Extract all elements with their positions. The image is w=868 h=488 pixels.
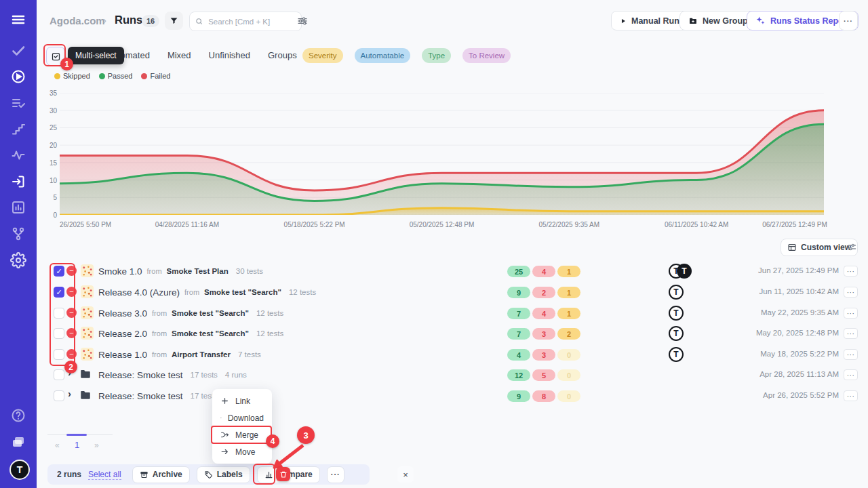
page-1-button[interactable]: 1 (75, 440, 79, 450)
runs-play-circle-icon[interactable] (10, 68, 26, 85)
row-checkbox[interactable]: ✓ (54, 287, 64, 298)
legend-item-passed[interactable]: Passed (99, 72, 133, 80)
tab-groups[interactable]: Groups (268, 50, 297, 60)
legend-item-skipped[interactable]: Skipped (54, 72, 90, 80)
run-source: Smoke Test Plan (167, 267, 229, 275)
filter-pill-to-review[interactable]: To Review (462, 48, 511, 63)
menu-item-label: Move (235, 447, 255, 457)
row-checkbox[interactable] (54, 349, 64, 360)
run-row[interactable]: ✓−Smoke 1.0fromSmoke Test Plan30 tests25… (47, 261, 861, 281)
help-icon[interactable] (10, 407, 26, 424)
manual-run-button[interactable]: Manual Run (611, 11, 688, 30)
failed-badge: 4 (532, 308, 555, 319)
legend-dot (99, 73, 105, 79)
run-source: Smoke test "Search" (172, 309, 249, 317)
failed-badge: 5 (532, 369, 555, 381)
row-checkbox[interactable] (54, 308, 64, 319)
integrations-branch-icon[interactable] (10, 226, 26, 242)
passed-badge: 12 (507, 369, 530, 381)
run-title: Release 1.0 (98, 350, 147, 360)
archive-button[interactable]: Archive (132, 466, 190, 483)
group-row[interactable]: ›Release: Smoke test17 tests7 runs980Apr… (47, 386, 861, 406)
close-selection-bar-button[interactable]: × (397, 466, 414, 483)
milestones-steps-icon[interactable] (10, 121, 26, 138)
tab-mixed[interactable]: Mixed (167, 50, 191, 60)
remove-minus-button[interactable]: − (66, 328, 77, 338)
pulse-activity-icon[interactable] (10, 147, 26, 163)
workspace-avatar[interactable]: T (9, 460, 30, 480)
menu-item-move[interactable]: Move (212, 443, 272, 460)
next-page-button[interactable]: » (94, 441, 99, 450)
skipped-badge: 1 (557, 308, 580, 319)
remove-minus-button[interactable]: − (66, 266, 77, 276)
row-more-button[interactable]: ··· (844, 349, 858, 360)
settings-gear-icon[interactable] (10, 252, 26, 268)
run-date: May 18, 2025 5:22 PM (760, 350, 839, 358)
menu-icon[interactable] (10, 12, 26, 28)
remove-minus-button[interactable]: − (66, 308, 77, 318)
prev-page-button[interactable]: « (55, 441, 60, 450)
row-more-button[interactable]: ··· (844, 266, 858, 277)
list-settings-icon[interactable] (847, 242, 857, 252)
search-input[interactable] (207, 17, 296, 26)
tests-check-icon[interactable] (10, 43, 26, 59)
filter-pill-severity[interactable]: Severity (302, 48, 343, 63)
context-menu: Link Download Merge Move (212, 389, 272, 464)
menu-item-merge[interactable]: Merge (212, 426, 272, 443)
row-checkbox[interactable]: ✓ (54, 266, 64, 277)
row-more-button[interactable]: ··· (844, 369, 858, 380)
row-more-button[interactable]: ··· (844, 328, 858, 339)
y-tick-label: 20 (38, 142, 57, 149)
sparkles-icon (755, 16, 766, 26)
page-title: Runs (115, 14, 142, 26)
remove-minus-button[interactable]: − (66, 349, 77, 359)
run-row[interactable]: ✓−Release 4.0 (Azure)fromSmoke test "Sea… (47, 282, 861, 302)
confetti-run-icon (81, 327, 94, 340)
y-tick-label: 35 (38, 89, 57, 97)
run-row[interactable]: −Release 3.0fromSmoke test "Search"12 te… (47, 303, 861, 323)
chevron-right-icon[interactable]: › (68, 367, 71, 378)
selection-more-button[interactable]: ··· (327, 466, 344, 483)
remove-minus-button[interactable]: − (66, 287, 77, 297)
row-checkbox[interactable] (54, 328, 64, 339)
header-more-button[interactable]: ··· (839, 11, 858, 30)
chevron-right-icon[interactable]: › (68, 388, 71, 399)
breadcrumb-project[interactable]: Agoda.com (50, 15, 105, 26)
imports-icon[interactable] (10, 174, 26, 190)
row-checkbox[interactable] (54, 390, 64, 401)
from-label: from (152, 329, 167, 338)
menu-item-download[interactable]: Download (212, 409, 272, 426)
y-tick-label: 0 (38, 211, 57, 219)
adjustments-icon[interactable] (297, 16, 308, 26)
group-row[interactable]: ›Release: Smoke test17 tests4 runs1250Ap… (47, 365, 861, 385)
custom-view-button[interactable]: Custom view (781, 239, 858, 256)
failed-badge: 8 (532, 390, 555, 402)
annotation-step-3: 3 (297, 426, 315, 444)
tab-unfinished[interactable]: Unfinished (209, 50, 250, 60)
passed-badge: 9 (507, 287, 530, 298)
menu-item-link[interactable]: Link (212, 392, 272, 409)
row-checkbox[interactable] (54, 369, 64, 380)
select-all-link[interactable]: Select all (88, 470, 121, 480)
breadcrumb-separator: › (103, 14, 106, 26)
run-row[interactable]: −Release 1.0fromAirport Transfer7 tests4… (47, 344, 861, 365)
filter-funnel-button[interactable] (165, 12, 183, 30)
run-row[interactable]: −Release 2.0fromSmoke test "Search"12 te… (47, 323, 861, 344)
active-page-indicator (66, 434, 87, 436)
multi-select-button[interactable] (46, 47, 65, 66)
legend-item-failed[interactable]: Failed (141, 72, 170, 80)
row-more-button[interactable]: ··· (844, 390, 858, 401)
custom-view-label: Custom view (801, 243, 851, 252)
filter-tabs: AutomatedMixedUnfinishedGroups (107, 50, 297, 60)
filter-pill-type[interactable]: Type (422, 48, 451, 63)
from-label: from (184, 288, 199, 296)
labels-button[interactable]: Labels (197, 466, 250, 483)
search-box[interactable] (189, 12, 302, 31)
row-more-button[interactable]: ··· (844, 308, 858, 319)
filter-pill-automatable[interactable]: Automatable (355, 48, 411, 63)
row-more-button[interactable]: ··· (844, 287, 858, 298)
docs-folders-icon[interactable] (10, 434, 26, 450)
new-group-button[interactable]: New Group (679, 11, 757, 30)
reports-icon[interactable] (10, 199, 26, 216)
test-plans-icon[interactable] (10, 95, 26, 111)
